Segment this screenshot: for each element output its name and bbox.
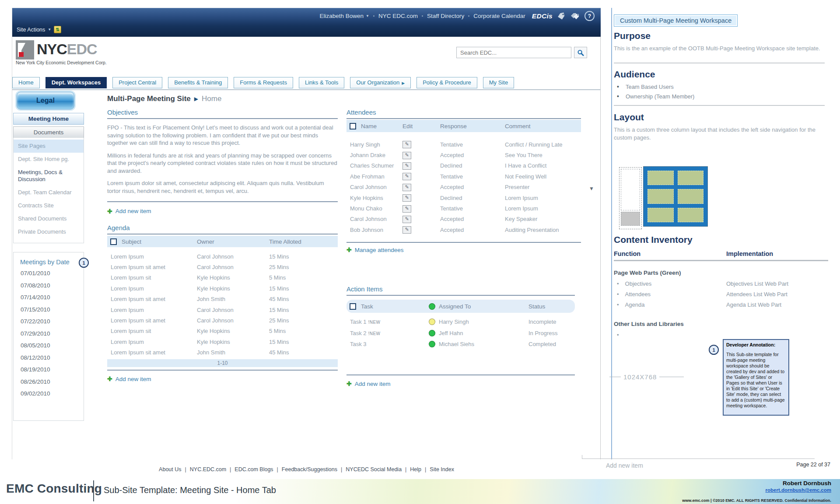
footer-link-help[interactable]: Help (410, 466, 421, 472)
meeting-date-link[interactable]: 07/08/2010 (14, 280, 84, 292)
slide-subtitle: Sub-Site Template: Meeting Site - Home T… (104, 485, 276, 495)
layout-diagram-cell (648, 171, 674, 185)
sidebar-item-site-pages[interactable]: Site Pages (14, 140, 84, 153)
separator-dot (468, 15, 469, 17)
edit-icon[interactable]: ✎ (402, 152, 411, 159)
select-all-checkbox[interactable] (350, 123, 356, 130)
audience-heading: Audience (614, 69, 655, 80)
edit-page-icon[interactable]: ⇅ (54, 26, 61, 33)
meeting-date-link[interactable]: 07/15/2010 (14, 304, 84, 316)
tag-icon[interactable] (556, 12, 566, 21)
footer-separator: | (185, 466, 186, 472)
sidebar-item-dept-site-home[interactable]: Dept. Site Home pg. (14, 153, 84, 166)
status-dot-icon (429, 303, 435, 310)
footer-link-about[interactable]: About Us (159, 466, 181, 472)
attendees-header-row: Name Edit Response Comment (346, 120, 581, 132)
footer-link-nycedc[interactable]: NYC.EDC.com (190, 466, 226, 472)
footer-separator: | (405, 466, 406, 472)
select-all-checkbox[interactable] (350, 303, 356, 310)
meeting-date-link[interactable]: 08/19/2010 (14, 364, 84, 376)
attendees-col-edit: Edit (402, 123, 440, 130)
edit-icon[interactable]: ✎ (402, 226, 411, 234)
content-inventory-divider (614, 260, 828, 261)
top-link-staff-directory[interactable]: Staff Directory (427, 13, 464, 19)
meeting-date-link[interactable]: 07/22/2010 (14, 315, 84, 328)
footer-link-social[interactable]: NYCEDC Social Media (346, 466, 402, 472)
action-items-webpart: Action Items Task Assigned To Status Tas… (346, 285, 575, 387)
breadcrumb-site[interactable]: Multi-Page Meeting Site (107, 94, 191, 103)
meeting-date-link[interactable]: 08/26/2010 (14, 376, 84, 388)
agenda-webpart: Agenda Subject Owner Time Alloted Lorem … (107, 224, 338, 382)
table-row: Lorem Ipsum sit ametCarol Johnson25 Mins (107, 315, 338, 326)
meeting-date-link[interactable]: 07/29/2010 (14, 328, 84, 340)
meeting-date-link[interactable]: 07/14/2010 (14, 291, 84, 304)
search-button[interactable] (574, 47, 587, 58)
user-menu[interactable]: Elizabeth Bowen ▼ (319, 13, 369, 19)
edit-icon[interactable]: ✎ (402, 162, 411, 170)
panel-add-new-item[interactable]: Add new item (606, 462, 643, 469)
panel-title-box: Custom Multi-Page Meeting Workspace (614, 14, 738, 27)
tab-benefits-training[interactable]: Benefits & Training (168, 77, 228, 88)
attendees-scroll-arrow-icon[interactable]: ▼ (589, 186, 594, 192)
edit-icon[interactable]: ✎ (402, 173, 411, 180)
tab-links-tools[interactable]: Links & Tools (299, 77, 344, 88)
top-link-corporate-calendar[interactable]: Corporate Calendar (473, 13, 525, 19)
tab-project-central[interactable]: Project Central (112, 77, 162, 88)
agenda-col-subject: Subject (122, 238, 141, 245)
select-all-checkbox[interactable] (110, 238, 117, 245)
agenda-add-new-item[interactable]: ✚ Add new item (107, 376, 338, 382)
footer-link-feedback[interactable]: Feedback/Suggestions (282, 466, 337, 472)
meeting-date-link[interactable]: 09/02/2010 (14, 388, 84, 400)
sidebar-item-documents[interactable]: Documents (13, 126, 84, 138)
sidebar-item-private-documents[interactable]: Private Documents (14, 225, 84, 238)
tab-our-organization[interactable]: Our Organization▶ (350, 77, 411, 88)
sidebar-item-meeting-home[interactable]: Meeting Home (13, 113, 84, 125)
separator-dot (373, 15, 374, 17)
table-row: Carol Johnson✎AcceptedPresenter (346, 182, 581, 192)
edcis-logo[interactable]: EDCis (532, 12, 553, 20)
action-items-add-new-item[interactable]: ✚ Add new item (346, 381, 575, 387)
tab-home[interactable]: Home (12, 77, 40, 88)
tags-icon[interactable] (570, 12, 581, 21)
objectives-add-new-item[interactable]: ✚ Add new item (107, 208, 338, 214)
top-link-edc[interactable]: NYC EDC.com (378, 13, 418, 19)
meeting-date-link[interactable]: 07/01/2010 (14, 267, 84, 280)
content-inventory-empty-bullet: • (617, 332, 619, 338)
bullet-icon: • (617, 93, 619, 100)
annotation-panel-corner-tick (582, 455, 582, 459)
sidebar-item-contracts-site[interactable]: Contracts Site (14, 199, 84, 212)
footer-link-blogs[interactable]: EDC.com Blogs (234, 466, 273, 472)
footer-link-site-index[interactable]: Site Index (430, 466, 454, 472)
status-dot-icon (429, 330, 435, 336)
edit-icon[interactable]: ✎ (402, 141, 411, 148)
main-navigation: Home Dept. Workspaces Project Central Be… (12, 77, 601, 88)
table-row: Lorem Ipsum sitKyle Hopkins5 Mins (107, 326, 338, 336)
author-email-link[interactable]: robert.dornbush@emc.com (765, 487, 831, 493)
tab-dept-workspaces[interactable]: Dept. Workspaces (46, 77, 107, 88)
search-input[interactable] (456, 47, 571, 58)
legal-button[interactable]: Legal (17, 92, 74, 109)
edit-icon[interactable]: ✎ (402, 184, 411, 191)
new-badge: !NEW (368, 320, 381, 325)
edit-icon[interactable]: ✎ (402, 194, 411, 202)
sidebar-item-meetings-docs-discussion[interactable]: Meetings, Docs & Discussion (14, 166, 84, 186)
tab-forms-requests[interactable]: Forms & Requests (234, 77, 293, 88)
meeting-date-link[interactable]: 08/05/2010 (14, 340, 84, 352)
footer-separator: | (277, 466, 278, 472)
help-icon[interactable]: ? (584, 11, 595, 21)
sidebar-item-dept-team-calendar[interactable]: Dept. Team Calendar (14, 186, 84, 199)
edit-icon[interactable]: ✎ (402, 205, 411, 213)
page-right-border (600, 8, 601, 459)
sidebar-item-shared-documents[interactable]: Shared Documents (14, 212, 84, 225)
tab-policy-procedure[interactable]: Policy & Procedure (416, 77, 477, 88)
meeting-date-link[interactable]: 08/12/2010 (14, 352, 84, 364)
caret-down-icon: ▼ (366, 14, 369, 18)
layout-diagram-webpart-zones (643, 166, 708, 227)
layout-text: This is a custom three column layout tha… (614, 126, 823, 142)
site-actions-menu[interactable]: Site Actions ▼ ⇅ (17, 26, 61, 33)
tab-my-site[interactable]: My Site (483, 77, 514, 88)
manage-attendees-link[interactable]: ✚ Manage attendees (346, 247, 581, 253)
edit-icon[interactable]: ✎ (402, 216, 411, 223)
tabs-underline (12, 89, 601, 90)
purpose-text: This is the an example of the OOTB Multi… (614, 45, 823, 52)
